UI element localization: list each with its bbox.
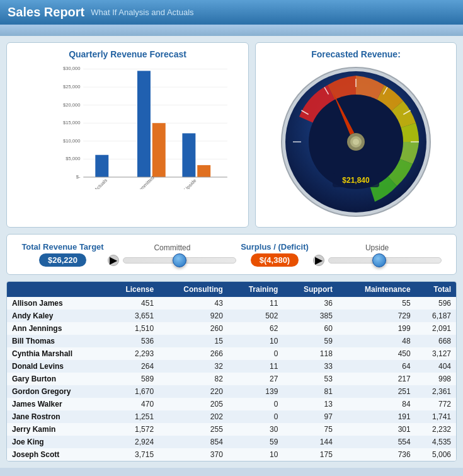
upside-play-button[interactable]: ▶ [313, 255, 324, 266]
cell-value: 255 [159, 423, 228, 436]
cell-value: 191 [338, 410, 416, 423]
table-body: Allison James45143113655596Andy Kaley3,6… [7, 297, 456, 461]
col-header-support: Support [283, 282, 338, 297]
cell-value: 144 [283, 436, 338, 448]
cell-value: 36 [283, 297, 338, 310]
cell-value: 220 [159, 385, 228, 398]
svg-text:Actuals: Actuals [93, 177, 108, 189]
upside-track [328, 257, 442, 264]
cell-value: 75 [283, 423, 338, 436]
cell-value: 251 [338, 385, 416, 398]
col-header-maintenance: Maintenance [338, 282, 416, 297]
cell-value: 1,510 [105, 322, 159, 335]
cell-value: 450 [338, 347, 416, 360]
cell-value: 82 [159, 373, 228, 385]
cell-value: 59 [228, 436, 283, 448]
cell-value: 301 [338, 423, 416, 436]
table-row: Cynthia Marshall2,29326601184503,127 [7, 347, 456, 360]
svg-text:$21,840: $21,840 [342, 176, 370, 185]
app-title: Sales Report [8, 5, 84, 20]
cell-value: 217 [338, 373, 416, 385]
cell-value: 404 [416, 360, 456, 373]
table-row: Gary Burton589822753217998 [7, 373, 456, 385]
cell-value: 81 [283, 385, 338, 398]
table-row: Bill Thomas53615105948668 [7, 335, 456, 347]
cell-name: Andy Kaley [7, 310, 105, 322]
table-row: Donald Levins26432113364404 [7, 360, 456, 373]
cell-value: 736 [338, 448, 416, 461]
cell-name: Joseph Scott [7, 448, 105, 461]
svg-text:$5,000: $5,000 [66, 156, 80, 161]
cell-value: 62 [228, 322, 283, 335]
gauge-title: Forecasted Revenue: [311, 49, 401, 59]
cell-name: Allison James [7, 297, 105, 310]
cell-value: 32 [159, 360, 228, 373]
gauge-box: Forecasted Revenue: [255, 42, 457, 228]
bar-chart-box: Quarterly Revenue Forecast $30,000 $25,0… [6, 42, 249, 228]
cell-value: 53 [283, 373, 338, 385]
cell-value: 55 [338, 297, 416, 310]
table-row: Ann Jennings1,51026062601992,091 [7, 322, 456, 335]
table-row: Gordon Gregory1,670220139812512,361 [7, 385, 456, 398]
cell-value: 264 [105, 360, 159, 373]
cell-value: 1,741 [416, 410, 456, 423]
svg-text:$25,000: $25,000 [63, 84, 81, 90]
cell-value: 64 [338, 360, 416, 373]
sliders-row: Total Revenue Target $26,220 Committed ▶… [6, 234, 457, 275]
cell-value: 30 [228, 423, 283, 436]
cell-value: 998 [416, 373, 456, 385]
cell-value: 3,127 [416, 347, 456, 360]
svg-text:Upside: Upside [183, 178, 197, 189]
table-header-row: License Consulting Training Support Main… [7, 282, 456, 297]
cell-value: 554 [338, 436, 416, 448]
col-header-license: License [105, 282, 159, 297]
cell-value: 205 [159, 398, 228, 410]
cell-value: 2,232 [416, 423, 456, 436]
cell-value: 27 [228, 373, 283, 385]
cell-value: 385 [283, 310, 338, 322]
col-header-consulting: Consulting [159, 282, 228, 297]
cell-value: 536 [105, 335, 159, 347]
committed-label: Committed [154, 243, 190, 252]
cell-value: 589 [105, 373, 159, 385]
table-row: Andy Kaley3,6519205023857296,187 [7, 310, 456, 322]
header: Sales Report What If Analysis and Actual… [0, 0, 463, 25]
cell-value: 199 [338, 322, 416, 335]
cell-value: 4,535 [416, 436, 456, 448]
committed-thumb[interactable] [173, 253, 186, 267]
total-revenue-value: $26,220 [39, 253, 86, 267]
table-row: Allison James45143113655596 [7, 297, 456, 310]
cell-value: 2,924 [105, 436, 159, 448]
cell-value: 370 [159, 448, 228, 461]
cell-name: Gordon Gregory [7, 385, 105, 398]
committed-play-button[interactable]: ▶ [108, 255, 119, 266]
cell-value: 470 [105, 398, 159, 410]
svg-rect-15 [137, 71, 151, 177]
cell-value: 2,293 [105, 347, 159, 360]
cell-value: 502 [228, 310, 283, 322]
cell-value: 3,715 [105, 448, 159, 461]
cell-value: 5,006 [416, 448, 456, 461]
cell-value: 668 [416, 335, 456, 347]
cell-value: 0 [228, 347, 283, 360]
cell-value: 1,670 [105, 385, 159, 398]
cell-value: 772 [416, 398, 456, 410]
cell-name: Donald Levins [7, 360, 105, 373]
svg-text:$10,000: $10,000 [63, 138, 81, 144]
cell-value: 59 [283, 335, 338, 347]
cell-value: 10 [228, 448, 283, 461]
cell-name: Cynthia Marshall [7, 347, 105, 360]
upside-thumb[interactable] [372, 253, 386, 267]
cell-value: 118 [283, 347, 338, 360]
committed-slider-section: Committed ▶ [108, 243, 236, 266]
cell-value: 33 [283, 360, 338, 373]
total-revenue-section: Total Revenue Target $26,220 [21, 242, 103, 267]
cell-value: 10 [228, 335, 283, 347]
cell-value: 6,187 [416, 310, 456, 322]
col-header-training: Training [228, 282, 283, 297]
col-header-total: Total [416, 282, 456, 297]
cell-name: Jane Rostron [7, 410, 105, 423]
svg-text:$30,000: $30,000 [63, 66, 81, 71]
cell-value: 596 [416, 297, 456, 310]
cell-value: 729 [338, 310, 416, 322]
